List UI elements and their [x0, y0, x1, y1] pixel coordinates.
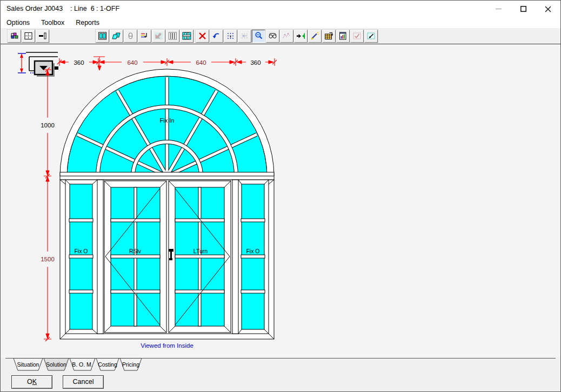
left-fixed-pane[interactable]: Fix O [65, 180, 97, 334]
right-fixed-label: Fix O [246, 248, 259, 254]
dimension-top[interactable] [57, 58, 277, 66]
cascade-profiles-button[interactable] [8, 30, 21, 43]
pattern-fill-button[interactable] [152, 30, 165, 43]
menu-bar: Options Toolbox Reports [1, 17, 561, 28]
report-chart-icon [338, 31, 348, 40]
dim-left-2[interactable]: 1500 [41, 256, 55, 262]
menu-options[interactable]: Options [5, 18, 31, 27]
dimension-left[interactable] [44, 67, 51, 341]
dimension-grid-button[interactable] [22, 30, 35, 43]
cancel-button[interactable]: Cancel [63, 375, 104, 389]
georgian-bars-button[interactable] [180, 30, 193, 43]
survey-points-button[interactable] [280, 30, 293, 43]
profile-section-icon [38, 31, 47, 40]
menu-reports[interactable]: Reports [75, 18, 101, 27]
window-title: Sales Order J0043 : Line 6 : 1-OFF [6, 1, 119, 17]
hardware-icon [126, 31, 135, 40]
survey-points-icon [282, 31, 291, 40]
left-sash[interactable]: RSlv [104, 181, 166, 333]
right-fixed-pane[interactable]: Fix O [238, 180, 269, 334]
vertical-bars-icon [168, 31, 177, 40]
mullion-right [232, 180, 238, 334]
profile-dropdown-button[interactable] [35, 61, 55, 77]
tab-pricing[interactable]: Pricing [120, 359, 142, 371]
cascade-profiles-icon [10, 31, 19, 40]
vertical-bars-button[interactable] [166, 30, 179, 43]
dimension-grid-icon [24, 31, 33, 40]
delete-icon [198, 31, 207, 40]
left-sash-label: RSlv [129, 248, 142, 254]
arch-label: Fix In [160, 117, 175, 124]
highlight-pen-icon [310, 31, 319, 40]
edit-nodes-button[interactable] [224, 30, 237, 43]
compress-arrows-button[interactable] [294, 30, 308, 43]
report-chart-button[interactable] [336, 30, 350, 43]
sash-options-button[interactable] [138, 30, 151, 43]
close-icon [545, 6, 551, 12]
compress-arrows-icon [296, 31, 305, 40]
glazing-panes-button[interactable] [110, 30, 123, 43]
wireframe-view-icon [268, 31, 277, 40]
finish-arrow-button[interactable] [364, 30, 378, 43]
button-bar: OK Cancel [1, 371, 560, 391]
right-sash-label: LTurn [193, 248, 208, 254]
drawing-canvas: 360 640 640 360 1000 1500 [1, 44, 560, 357]
export-table-button[interactable] [322, 30, 336, 43]
close-button[interactable] [536, 1, 560, 17]
sash-options-icon [140, 31, 149, 40]
georgian-bars-icon [182, 31, 191, 40]
svg-text:Solution: Solution [46, 361, 66, 368]
export-table-icon [324, 31, 333, 40]
delete-button[interactable] [196, 30, 209, 43]
minimize-icon [496, 6, 502, 12]
dim-top-1[interactable]: 360 [74, 59, 84, 66]
pattern-fill-icon [154, 31, 163, 40]
hardware-button[interactable] [124, 30, 137, 43]
glazing-panes-icon [112, 31, 121, 40]
window-drawing: 360 640 640 360 1000 1500 [5, 45, 556, 358]
wireframe-view-button[interactable] [266, 30, 279, 43]
dim-top-2[interactable]: 640 [127, 59, 137, 66]
svg-text:Situation: Situation [17, 361, 39, 368]
move-nodes-button[interactable] [238, 30, 251, 43]
dim-top-4[interactable]: 360 [250, 59, 261, 66]
tab-strip: Situation Solution B. O. M. Costing Pric… [1, 357, 560, 371]
view-note: Viewed from Inside [141, 342, 193, 349]
tab-costing[interactable]: Costing [96, 359, 119, 371]
undo-icon [212, 31, 221, 40]
mullion-left [97, 180, 103, 334]
toolbar [1, 28, 560, 44]
finish-arrow-icon [366, 31, 376, 40]
window-elevation-icon [98, 31, 107, 40]
tab-solution[interactable]: Solution [44, 359, 69, 371]
undo-button[interactable] [210, 30, 223, 43]
zoom-button[interactable] [252, 30, 265, 43]
title-bar: Sales Order J0043 : Line 6 : 1-OFF [1, 1, 560, 17]
dim-top-3[interactable]: 640 [196, 59, 206, 66]
approve-check-icon [352, 31, 362, 40]
maximize-button[interactable] [511, 1, 536, 17]
window-elevation-button[interactable] [96, 30, 109, 43]
highlight-pen-button[interactable] [308, 30, 322, 43]
minimize-button[interactable] [486, 1, 511, 17]
left-fixed-label: Fix O [74, 248, 88, 254]
svg-text:B. O. M.: B. O. M. [72, 361, 93, 368]
svg-text:Pricing: Pricing [122, 361, 139, 368]
edit-nodes-icon [226, 31, 235, 40]
move-nodes-icon [240, 31, 249, 40]
zoom-icon [254, 31, 263, 40]
svg-text:Costing: Costing [98, 361, 117, 368]
arch-light[interactable]: Fix In [60, 69, 274, 176]
tab-situation[interactable]: Situation [14, 359, 43, 371]
right-sash[interactable]: LTurn [169, 181, 231, 333]
profile-section-button[interactable] [36, 30, 49, 43]
dim-left-1[interactable]: 1000 [41, 122, 55, 129]
tab-bom[interactable]: B. O. M. [70, 359, 95, 371]
ok-button[interactable]: OK [11, 375, 52, 389]
approve-check-button[interactable] [350, 30, 364, 43]
maximize-icon [520, 6, 526, 12]
menu-toolbox[interactable]: Toolbox [40, 18, 65, 27]
